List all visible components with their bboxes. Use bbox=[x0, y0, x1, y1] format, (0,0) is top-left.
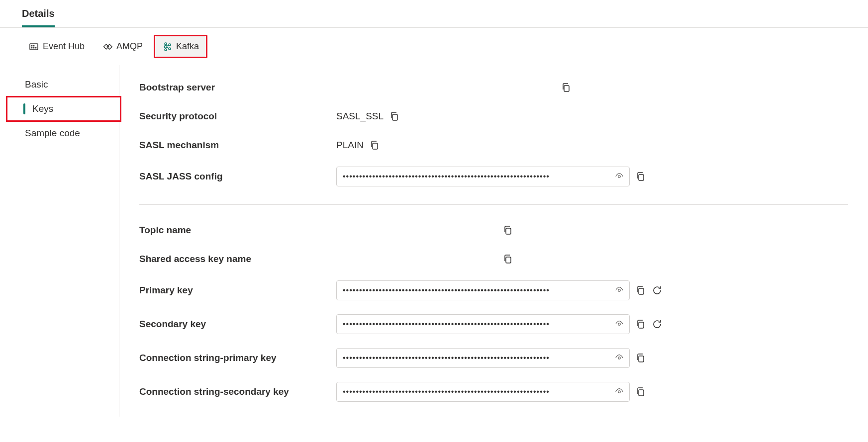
sasl-jass-input[interactable]: ••••••••••••••••••••••••••••••••••••••••… bbox=[336, 167, 630, 186]
svg-rect-27 bbox=[639, 356, 644, 362]
field-label: Secondary key bbox=[139, 319, 336, 330]
main-layout: Basic Keys Sample code Bootstrap server … bbox=[0, 65, 868, 417]
svg-line-13 bbox=[167, 45, 169, 46]
amqp-icon bbox=[102, 42, 112, 52]
svg-point-26 bbox=[618, 357, 621, 359]
copy-icon[interactable] bbox=[636, 285, 646, 295]
sidebar-item-sample-code[interactable]: Sample code bbox=[0, 122, 119, 145]
svg-rect-23 bbox=[639, 288, 644, 294]
svg-point-2 bbox=[33, 45, 34, 46]
copy-icon[interactable] bbox=[636, 353, 646, 363]
field-value: ••••••••••••••••••••••••••••••••••••••••… bbox=[336, 348, 848, 368]
svg-rect-21 bbox=[506, 257, 511, 263]
field-bootstrap-server: Bootstrap server bbox=[139, 73, 848, 102]
field-value: ••••••••••••••••••••••••••••••••••••••••… bbox=[336, 280, 848, 300]
primary-key-input[interactable]: ••••••••••••••••••••••••••••••••••••••••… bbox=[336, 280, 630, 300]
field-value: SASL_SSL bbox=[336, 111, 848, 122]
field-value: ••••••••••••••••••••••••••••••••••••••••… bbox=[336, 314, 848, 334]
field-label: Bootstrap server bbox=[139, 82, 336, 93]
svg-point-28 bbox=[618, 391, 621, 393]
secondary-key-input[interactable]: ••••••••••••••••••••••••••••••••••••••••… bbox=[336, 314, 630, 334]
copy-icon[interactable] bbox=[636, 319, 646, 329]
content: Bootstrap server Security protocol SASL_… bbox=[119, 65, 868, 417]
svg-point-5 bbox=[35, 47, 36, 48]
protocol-tab-amqp[interactable]: AMQP bbox=[96, 36, 150, 57]
field-security-protocol: Security protocol SASL_SSL bbox=[139, 102, 848, 131]
svg-rect-20 bbox=[506, 228, 511, 234]
svg-point-9 bbox=[169, 44, 171, 46]
field-label: SASL JASS config bbox=[139, 171, 336, 182]
copy-icon[interactable] bbox=[503, 254, 513, 264]
field-label: SASL mechanism bbox=[139, 140, 336, 151]
copy-icon[interactable] bbox=[561, 83, 571, 92]
svg-point-7 bbox=[165, 45, 167, 48]
protocol-tab-label: Kafka bbox=[176, 41, 199, 52]
field-value: PLAIN bbox=[336, 140, 848, 151]
field-sasl-jass-config: SASL JASS config •••••••••••••••••••••••… bbox=[139, 160, 848, 193]
svg-rect-16 bbox=[392, 114, 397, 120]
annotation-kafka-highlight: Kafka bbox=[154, 35, 207, 58]
svg-point-22 bbox=[618, 289, 621, 292]
svg-rect-17 bbox=[373, 143, 378, 149]
sidebar-item-basic[interactable]: Basic bbox=[0, 73, 119, 96]
tab-details[interactable]: Details bbox=[22, 0, 55, 27]
protocol-tab-label: Event Hub bbox=[43, 41, 85, 52]
security-protocol-value: SASL_SSL bbox=[336, 111, 384, 122]
svg-point-3 bbox=[31, 47, 32, 48]
field-sasl-mechanism: SASL mechanism PLAIN bbox=[139, 131, 848, 160]
svg-rect-25 bbox=[639, 322, 644, 328]
field-secondary-key: Secondary key ••••••••••••••••••••••••••… bbox=[139, 307, 848, 341]
svg-point-1 bbox=[31, 45, 32, 46]
field-value: ••••••••••••••••••••••••••••••••••••••••… bbox=[336, 167, 848, 186]
field-primary-key: Primary key ••••••••••••••••••••••••••••… bbox=[139, 273, 848, 307]
eye-icon[interactable] bbox=[615, 172, 624, 181]
copy-icon[interactable] bbox=[503, 225, 513, 235]
svg-point-8 bbox=[165, 49, 167, 51]
connection-secondary-input[interactable]: ••••••••••••••••••••••••••••••••••••••••… bbox=[336, 382, 630, 402]
sidebar-item-keys[interactable]: Keys bbox=[7, 97, 120, 120]
field-value bbox=[336, 225, 848, 235]
copy-icon[interactable] bbox=[636, 172, 646, 181]
copy-icon[interactable] bbox=[636, 387, 646, 397]
field-topic-name: Topic name bbox=[139, 216, 848, 245]
svg-point-18 bbox=[618, 176, 621, 178]
annotation-keys-highlight: Keys bbox=[6, 96, 121, 122]
refresh-icon[interactable] bbox=[652, 319, 663, 330]
field-label: Shared access key name bbox=[139, 254, 336, 265]
kafka-icon bbox=[162, 42, 172, 52]
copy-icon[interactable] bbox=[370, 140, 380, 150]
connection-primary-input[interactable]: ••••••••••••••••••••••••••••••••••••••••… bbox=[336, 348, 630, 368]
sasl-mechanism-value: PLAIN bbox=[336, 140, 364, 151]
field-label: Primary key bbox=[139, 285, 336, 296]
protocol-tab-label: AMQP bbox=[116, 41, 143, 52]
svg-rect-15 bbox=[564, 86, 569, 91]
field-label: Connection string-secondary key bbox=[139, 386, 336, 397]
eye-icon[interactable] bbox=[615, 286, 624, 295]
svg-point-24 bbox=[618, 323, 621, 326]
eye-icon[interactable] bbox=[615, 320, 624, 329]
field-label: Topic name bbox=[139, 225, 336, 236]
field-value bbox=[336, 254, 848, 264]
refresh-icon[interactable] bbox=[652, 285, 663, 296]
sidebar: Basic Keys Sample code bbox=[0, 65, 119, 417]
eye-icon[interactable] bbox=[615, 354, 624, 362]
field-label: Connection string-primary key bbox=[139, 353, 336, 363]
field-label: Security protocol bbox=[139, 111, 336, 122]
eye-icon[interactable] bbox=[615, 387, 624, 396]
field-connection-string-primary: Connection string-primary key ••••••••••… bbox=[139, 341, 848, 375]
protocol-tab-eventhub[interactable]: Event Hub bbox=[22, 36, 92, 57]
svg-point-6 bbox=[165, 43, 167, 45]
svg-point-10 bbox=[169, 48, 171, 50]
field-shared-access-key-name: Shared access key name bbox=[139, 245, 848, 273]
protocol-tab-kafka[interactable]: Kafka bbox=[155, 36, 206, 57]
svg-rect-0 bbox=[30, 44, 38, 50]
copy-icon[interactable] bbox=[389, 111, 399, 121]
svg-point-4 bbox=[33, 47, 34, 48]
svg-line-14 bbox=[167, 47, 169, 48]
field-value: ••••••••••••••••••••••••••••••••••••••••… bbox=[336, 382, 848, 402]
divider bbox=[139, 204, 848, 205]
eventhub-icon bbox=[29, 42, 39, 52]
svg-rect-19 bbox=[639, 175, 644, 180]
field-value bbox=[336, 83, 848, 92]
header-tabs: Details bbox=[0, 0, 868, 28]
